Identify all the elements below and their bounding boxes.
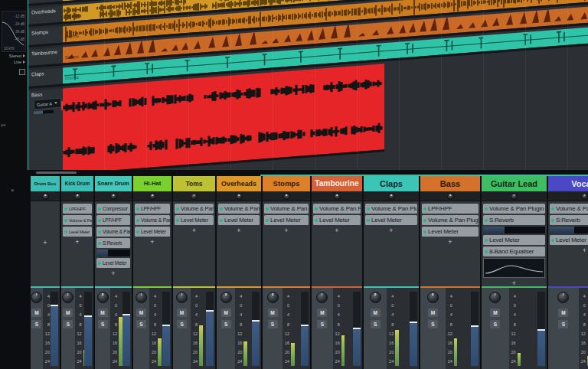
plugin-enabled-dot[interactable] [551, 219, 554, 222]
channel-name-header[interactable]: Tambourine [312, 176, 362, 191]
property-live[interactable]: Live [0, 58, 28, 64]
plugin-slot[interactable]: S:Reverb [483, 215, 545, 225]
fader-cap[interactable] [471, 325, 479, 327]
plugin-enabled-dot[interactable] [423, 230, 426, 233]
pan-knob[interactable] [427, 292, 439, 303]
plugin-enabled-dot[interactable] [98, 262, 101, 265]
add-plugin-button[interactable]: + [32, 239, 58, 247]
plugin-slot[interactable]: Volume & Pan Plugin [365, 204, 417, 214]
plugin-enabled-dot[interactable] [98, 230, 101, 233]
solo-button[interactable]: S [177, 320, 187, 328]
gain-knob[interactable] [388, 193, 395, 200]
plugin-enabled-dot[interactable] [98, 242, 101, 245]
gain-knob[interactable] [581, 193, 588, 200]
plugin-enabled-dot[interactable] [485, 207, 488, 211]
fader-cap[interactable] [301, 325, 309, 326]
gain-knob[interactable] [74, 193, 81, 200]
gain-knob[interactable] [236, 193, 243, 200]
plugin-slot[interactable]: Level Meter [483, 235, 545, 245]
fader-cap[interactable] [162, 325, 170, 326]
mute-button[interactable]: M [177, 309, 187, 317]
channel-name-header[interactable]: Drum Bus [31, 176, 60, 191]
channel-name-header[interactable]: Bass [420, 176, 480, 191]
close-icon[interactable]: × [11, 187, 15, 194]
fader-cap[interactable] [353, 328, 361, 329]
mute-button[interactable]: M [558, 309, 568, 317]
channel-name-header[interactable]: Guitar Lead [482, 176, 547, 191]
track-header-stomps[interactable]: Stomps [28, 26, 64, 47]
gain-knob[interactable] [110, 193, 117, 200]
plugin-enabled-dot[interactable] [136, 219, 139, 222]
gain-knob[interactable] [334, 193, 341, 200]
property-checkbox[interactable] [19, 69, 25, 75]
volume-fader[interactable] [410, 292, 417, 366]
input-source-selector[interactable]: Guitar A [34, 98, 61, 110]
mute-button[interactable]: M [428, 309, 438, 317]
horizontal-scrollbar[interactable] [36, 171, 77, 174]
volume-fader[interactable] [162, 292, 170, 366]
plugin-enabled-dot[interactable] [136, 230, 139, 233]
plugin-enabled-dot[interactable] [220, 219, 223, 222]
add-plugin-button[interactable]: + [63, 238, 92, 246]
plugin-slot[interactable]: Volume & Pan Plugin [313, 204, 361, 214]
plugin-wet-slider[interactable] [96, 250, 130, 256]
plugin-enabled-dot[interactable] [423, 219, 426, 222]
plugin-slot[interactable]: Level Meter [96, 258, 130, 268]
channel-name-header[interactable]: Overheads [217, 176, 261, 191]
volume-fader[interactable] [51, 292, 58, 366]
plugin-enabled-dot[interactable] [423, 207, 426, 211]
mute-button[interactable]: M [490, 309, 500, 317]
pan-knob[interactable] [97, 292, 109, 303]
fader-cap[interactable] [122, 314, 130, 315]
plugin-slot[interactable]: Level Meter [422, 227, 479, 237]
plugin-enabled-dot[interactable] [136, 207, 139, 211]
pan-knob[interactable] [316, 292, 328, 303]
solo-button[interactable]: S [371, 320, 381, 328]
plugin-wet-slider[interactable] [483, 227, 545, 233]
plugin-slot[interactable]: Level Meter [175, 215, 214, 225]
plugin-slot[interactable]: Level Meter [218, 215, 260, 225]
plugin-enabled-dot[interactable] [98, 207, 101, 211]
channel-name-header[interactable]: Claps [364, 176, 419, 191]
plugin-slot[interactable]: LPF/HPF [96, 215, 130, 225]
gain-knob[interactable] [447, 193, 454, 200]
volume-fader[interactable] [122, 292, 130, 366]
plugin-slot[interactable]: S:Reverb [550, 215, 588, 225]
track-header-vocals[interactable]: Vocals [28, 0, 64, 6]
add-plugin-button[interactable]: + [96, 269, 130, 277]
add-plugin-button[interactable]: + [135, 238, 170, 246]
solo-button[interactable]: S [268, 320, 278, 328]
mute-button[interactable]: M [221, 309, 231, 317]
plugin-enabled-dot[interactable] [367, 207, 370, 211]
pan-knob[interactable] [31, 292, 42, 303]
track-header-tambourine[interactable]: Tambourine [28, 47, 64, 68]
gain-knob[interactable] [42, 193, 49, 200]
mute-button[interactable]: M [268, 309, 278, 317]
plugin-enabled-dot[interactable] [266, 207, 269, 211]
fader-cap[interactable] [537, 329, 545, 331]
solo-button[interactable]: S [31, 320, 41, 328]
plugin-enabled-dot[interactable] [266, 219, 269, 222]
mute-button[interactable]: M [317, 309, 327, 317]
add-plugin-button[interactable]: + [550, 247, 588, 254]
channel-name-header[interactable]: Kick Drum [61, 176, 93, 191]
fader-cap[interactable] [51, 305, 58, 306]
gain-knob[interactable] [511, 193, 518, 200]
volume-fader[interactable] [537, 292, 545, 366]
channel-name-header[interactable]: Toms [173, 176, 215, 191]
pan-knob[interactable] [489, 292, 501, 303]
solo-button[interactable]: S [221, 320, 231, 328]
fader-cap[interactable] [252, 320, 260, 322]
solo-button[interactable]: S [98, 320, 108, 328]
volume-fader[interactable] [301, 292, 309, 366]
volume-fader[interactable] [206, 292, 214, 366]
volume-fader[interactable] [252, 292, 260, 366]
plugin-enabled-dot[interactable] [220, 207, 223, 211]
track-header-claps[interactable]: Claps [28, 67, 64, 89]
solo-button[interactable]: S [428, 320, 438, 328]
plugin-slot[interactable]: Volume & Pan Plugin [63, 215, 92, 225]
plugin-slot[interactable]: Volume & Pan Plugin [422, 215, 479, 225]
plugin-slot[interactable]: 8-Band Equaliser [483, 247, 545, 256]
plugin-enabled-dot[interactable] [485, 219, 488, 222]
pan-knob[interactable] [370, 292, 381, 303]
